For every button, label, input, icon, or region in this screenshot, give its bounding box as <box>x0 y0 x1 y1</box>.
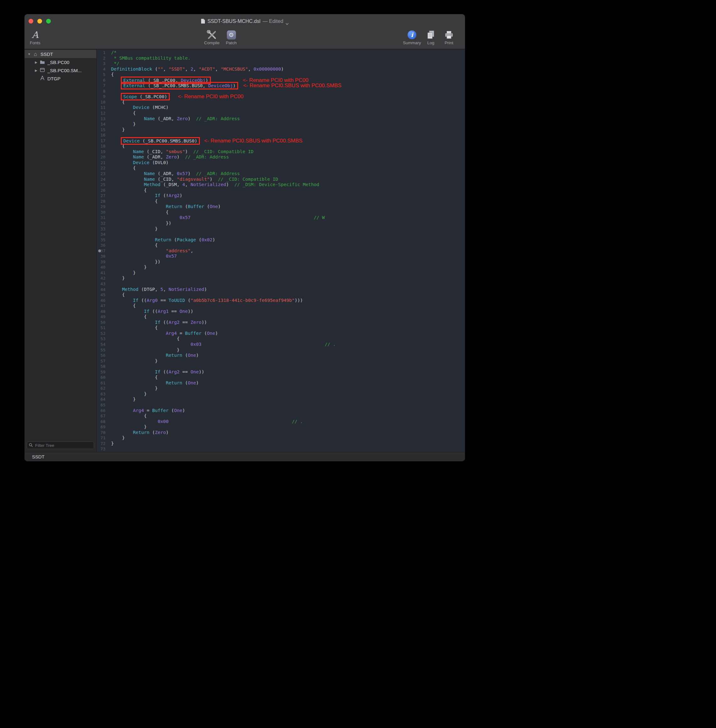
window-title-edited: — Edited <box>262 18 283 24</box>
line-number: 48 <box>97 309 105 314</box>
patch-gear-icon: ⚙ <box>227 30 236 39</box>
code-line: 0x57 <box>111 253 465 259</box>
line-number: 34 <box>97 232 105 237</box>
minimize-button[interactable] <box>37 19 42 24</box>
code-line: } <box>111 386 465 391</box>
print-label: Print <box>444 41 454 45</box>
line-number: 69 <box>97 424 105 430</box>
summary-button[interactable]: i Summary <box>401 30 423 45</box>
line-number: 44 <box>97 287 105 293</box>
fonts-label: Fonts <box>30 41 41 45</box>
code-line <box>111 446 465 452</box>
folder-icon <box>39 60 46 65</box>
code-line: } <box>111 127 465 133</box>
line-number: 9 <box>97 94 105 100</box>
line-number: 21 <box>97 160 105 166</box>
line-number: 70 <box>97 430 105 435</box>
code-line: } <box>111 276 465 281</box>
code-line: If ((Arg2 == One)) <box>111 369 465 375</box>
line-number: 54 <box>97 342 105 347</box>
code-line: "address", <box>111 248 465 254</box>
line-number: 71 <box>97 435 105 441</box>
line-number: 24 <box>97 177 105 182</box>
filter-tree-input[interactable] <box>27 441 94 449</box>
line-number: 30 <box>97 209 105 215</box>
rename-highlight-box: External (_SB_.PC00.SMBS.BUS0, DeviceObj… <box>122 83 237 88</box>
log-label: Log <box>427 41 435 45</box>
code-line: }) <box>111 259 465 265</box>
document-proxy-icon[interactable] <box>201 18 205 24</box>
log-button[interactable]: Log <box>423 30 438 45</box>
code-line: { <box>111 336 465 342</box>
line-number: 25 <box>97 182 105 188</box>
disclosure-collapsed-icon[interactable]: ▶ <box>33 69 39 72</box>
line-number: 73 <box>97 446 105 452</box>
filter-tree-field <box>27 441 94 449</box>
line-number: 13 <box>97 116 105 122</box>
line-number: 16 <box>97 132 105 138</box>
code-editor[interactable]: 1234567891011121314151617181920212223242… <box>97 49 465 452</box>
line-number: 42 <box>97 276 105 281</box>
line-number: 63 <box>97 391 105 397</box>
sidebar-item-sb-pc00-smbs[interactable]: ▶ _SB.PC00.SM... <box>24 66 96 74</box>
line-number: 11 <box>97 105 105 111</box>
fonts-button[interactable]: A Fonts <box>26 30 44 45</box>
line-number: 14 <box>97 121 105 127</box>
patch-button[interactable]: ⚙ Patch <box>223 30 240 45</box>
code-line: If (!Arg2) <box>111 193 465 199</box>
code-line: 0x03 // . <box>111 342 465 347</box>
code-line <box>111 132 465 138</box>
titlebar[interactable]: SSDT-SBUS-MCHC.dsl — Edited <box>24 14 465 28</box>
rename-highlight-box: Scope (_SB.PC00) <box>122 94 168 99</box>
chevron-down-icon[interactable] <box>285 21 289 23</box>
code-line <box>111 402 465 408</box>
code-line: Method (DTGP, 5, NotSerialized) <box>111 287 465 293</box>
line-number: 36 <box>97 243 105 248</box>
code-line: Device (_SB.PC00.SMBS.BUS0)<- Rename PCI… <box>111 138 465 144</box>
line-number: 35 <box>97 237 105 243</box>
zoom-button[interactable] <box>46 19 51 24</box>
code-line: Method (_DSM, 4, NotSerialized) // _DSM:… <box>111 182 465 188</box>
code-line: } <box>111 226 465 232</box>
line-number: 61 <box>97 380 105 386</box>
compile-button[interactable]: Compile <box>200 30 223 45</box>
code-line: } <box>111 270 465 276</box>
line-number: 18 <box>97 143 105 149</box>
print-button[interactable]: Print <box>440 30 457 45</box>
code-line: Device (MCHC) <box>111 105 465 111</box>
sidebar-item-ssdt[interactable]: ▼ ⌂ SSDT <box>24 50 96 58</box>
close-button[interactable] <box>29 19 33 24</box>
code-line <box>111 232 465 237</box>
code-line: { <box>111 165 465 171</box>
code-line: { <box>111 303 465 309</box>
code-line: { <box>111 143 465 149</box>
sidebar-item-sb-pc00[interactable]: ▶ _SB.PC00 <box>24 58 96 66</box>
info-icon: i <box>408 30 416 39</box>
line-number: 12 <box>97 111 105 116</box>
code-line: External (_SB_.PC00, DeviceObj)<- Rename… <box>111 77 465 83</box>
line-number: 7 <box>97 83 105 88</box>
code-line: 0x57 // W <box>111 215 465 221</box>
device-icon <box>39 68 46 73</box>
line-number: 67 <box>97 413 105 419</box>
house-icon: ⌂ <box>32 52 39 57</box>
code-line: Return (Buffer (One) <box>111 204 465 209</box>
disclosure-expanded-icon[interactable]: ▼ <box>26 52 32 56</box>
line-number: 62 <box>97 386 105 391</box>
code-line: { <box>111 209 465 215</box>
code-line: { <box>111 325 465 331</box>
line-number: 40 <box>97 264 105 270</box>
rename-annotation: <- Rename PCI0 with PC00 <box>243 77 308 83</box>
code-lines: /* * SMBus compatibility table. */Defini… <box>108 50 465 452</box>
line-number: 4 <box>97 67 105 72</box>
line-number: 46 <box>97 298 105 303</box>
line-number: 65 <box>97 402 105 408</box>
code-line: Return (Package (0x02) <box>111 237 465 243</box>
sidebar-item-dtgp[interactable]: DTGP <box>24 74 96 82</box>
disclosure-collapsed-icon[interactable]: ▶ <box>33 61 39 64</box>
line-number: 28 <box>97 199 105 204</box>
code-line: } <box>111 347 465 353</box>
sidebar-item-label: _SB.PC00 <box>47 60 69 65</box>
search-icon <box>29 443 33 447</box>
line-number: 29 <box>97 204 105 209</box>
